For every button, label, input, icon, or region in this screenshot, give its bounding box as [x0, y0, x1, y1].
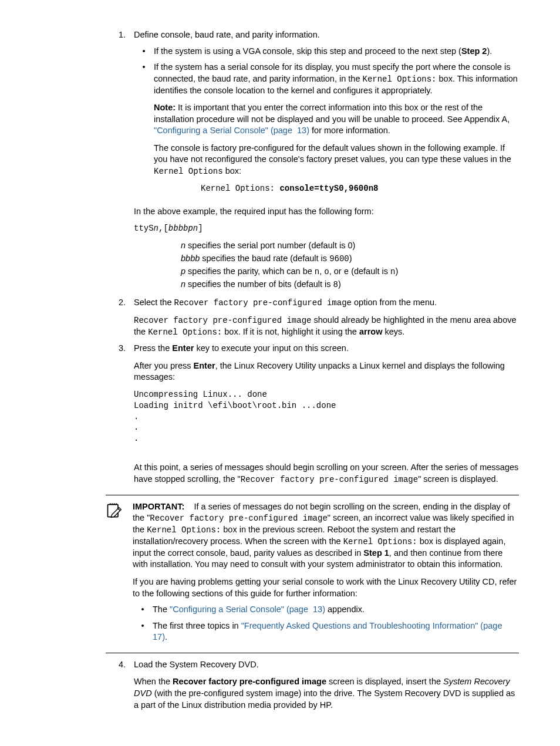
- def-row: n specifies the serial port number (defa…: [181, 240, 519, 252]
- paragraph: IMPORTANT: If a series of messages do no…: [133, 501, 519, 571]
- step-body: Load the System Recovery DVD. When the R…: [134, 659, 519, 711]
- step-2: 2. Select the Recover factory pre-config…: [106, 297, 519, 338]
- step-lead: Define console, baud rate, and parity in…: [134, 29, 519, 41]
- bullet-text: If the system has a serial console for i…: [154, 62, 519, 200]
- ordered-steps: 1. Define console, baud rate, and parity…: [106, 29, 519, 485]
- link-configuring-serial-console[interactable]: "Configuring a Serial Console" (page 13): [170, 605, 325, 614]
- bullet-text: If the system is using a VGA console, sk…: [154, 46, 519, 58]
- step-body: Select the Recover factory pre-configure…: [134, 297, 519, 338]
- step-3: 3. Press the Enter key to execute your i…: [106, 343, 519, 485]
- step-lead: Load the System Recovery DVD.: [134, 659, 519, 671]
- bullet-icon: •: [134, 46, 154, 58]
- paragraph: In the above example, the required input…: [134, 206, 519, 218]
- step-body: Define console, baud rate, and parity in…: [134, 29, 519, 291]
- bullet-vga: • If the system is using a VGA console, …: [134, 46, 519, 58]
- def-row: bbbb specifies the baud rate (default is…: [181, 253, 519, 265]
- code-kernel-options: Kernel Options: console=ttyS0,9600n8: [201, 183, 519, 194]
- paragraph: If you are having problems getting your …: [133, 576, 519, 599]
- bullet-serial: • If the system has a serial console for…: [134, 62, 519, 200]
- bullet: • The first three topics in "Frequently …: [133, 620, 519, 643]
- divider: [106, 653, 519, 653]
- step-4: 4. Load the System Recovery DVD. When th…: [106, 659, 519, 711]
- bullet-icon: •: [133, 604, 153, 616]
- step-lead: Select the Recover factory pre-configure…: [134, 297, 519, 309]
- bullet: • The "Configuring a Serial Console" (pa…: [133, 604, 519, 616]
- paragraph: If the system has a serial console for i…: [154, 62, 519, 96]
- bullet-icon: •: [134, 62, 154, 200]
- step-number: 1.: [106, 29, 134, 291]
- step-number: 3.: [106, 343, 134, 485]
- step-1: 1. Define console, baud rate, and parity…: [106, 29, 519, 291]
- step-body: Press the Enter key to execute your inpu…: [134, 343, 519, 485]
- paragraph: At this point, a series of messages shou…: [134, 462, 519, 485]
- paragraph: The console is factory pre-configured fo…: [154, 143, 519, 177]
- def-row: n specifies the number of bits (default …: [181, 279, 519, 291]
- code-form: ttySn,[bbbbpn]: [134, 223, 519, 234]
- link-appendix-a[interactable]: "Configuring a Serial Console" (page 13): [154, 126, 309, 135]
- step-number: 4.: [106, 659, 134, 711]
- definition-list: n specifies the serial port number (defa…: [181, 240, 519, 290]
- ordered-steps-cont: 4. Load the System Recovery DVD. When th…: [106, 659, 519, 711]
- paragraph: After you press Enter, the Linux Recover…: [134, 360, 519, 383]
- note-pencil-icon: [106, 502, 122, 519]
- important-callout: IMPORTANT: If a series of messages do no…: [106, 495, 519, 653]
- paragraph: Recover factory pre-configured image sho…: [134, 315, 519, 338]
- code-uncompress: Uncompressing Linux... done Loading init…: [134, 389, 519, 444]
- bullet-icon: •: [133, 620, 153, 643]
- important-icon: [106, 501, 133, 646]
- def-row: p specifies the parity, which can be n, …: [181, 266, 519, 278]
- step-lead: Press the Enter key to execute your inpu…: [134, 343, 519, 355]
- callout-body: IMPORTANT: If a series of messages do no…: [133, 501, 519, 646]
- note: Note: It is important that you enter the…: [154, 102, 519, 137]
- paragraph: When the Recover factory pre-configured …: [134, 676, 519, 711]
- step-number: 2.: [106, 297, 134, 338]
